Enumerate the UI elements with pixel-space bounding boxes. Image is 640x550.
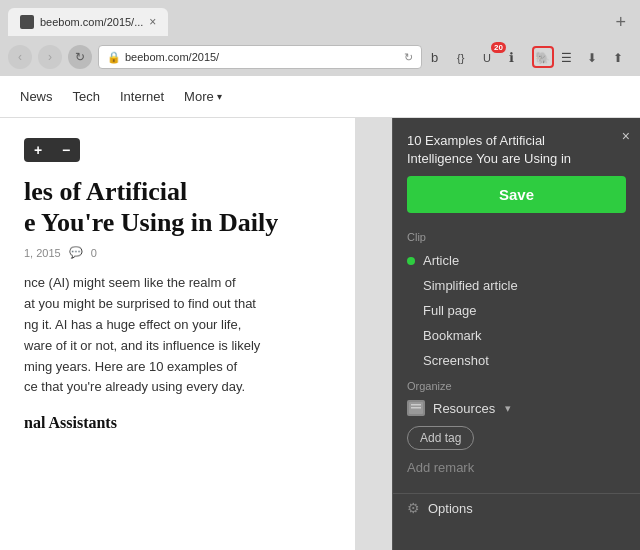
lock-icon: 🔒	[107, 51, 121, 64]
svg-text:b: b	[431, 50, 438, 65]
clip-option-fullpage[interactable]: Full page	[407, 299, 626, 322]
toolbar-icon-share[interactable]: ⬆	[610, 46, 632, 68]
toolbar-icon-evernote[interactable]: 🐘	[532, 46, 554, 68]
tab-close-button[interactable]: ×	[149, 15, 156, 29]
site-navbar: News Tech Internet More ▾	[0, 76, 640, 118]
toolbar-icon-b[interactable]: b	[428, 46, 450, 68]
article-heading: les of Artificiale You're Using in Daily	[24, 176, 331, 238]
svg-text:{}: {}	[457, 52, 465, 64]
address-text: beebom.com/2015/	[125, 51, 400, 63]
article-area: + − les of Artificiale You're Using in D…	[0, 118, 355, 550]
svg-text:☰: ☰	[561, 51, 572, 65]
clip-option-simplified-label: Simplified article	[423, 278, 518, 293]
clip-unselected-dot-3	[407, 332, 415, 340]
article-meta: 1, 2015 💬 0	[24, 246, 331, 259]
svg-text:ℹ: ℹ	[509, 50, 514, 65]
svg-text:⬇: ⬇	[587, 51, 597, 65]
browser-tab[interactable]: beebom.com/2015/... ×	[8, 8, 168, 36]
back-button[interactable]: ‹	[8, 45, 32, 69]
clip-unselected-dot	[407, 282, 415, 290]
zoom-out-button[interactable]: −	[52, 138, 80, 162]
article-paragraph: nce (AI) might seem like the realm ofat …	[24, 273, 331, 398]
zoom-in-button[interactable]: +	[24, 138, 52, 162]
popup-header: × 10 Examples of Artificial Intelligence…	[393, 118, 640, 176]
new-tab-button[interactable]: +	[609, 12, 632, 33]
clip-unselected-dot-2	[407, 307, 415, 315]
toolbar-icon-download[interactable]: ⬇	[584, 46, 606, 68]
svg-rect-9	[411, 404, 421, 406]
clip-section-label: Clip	[393, 227, 640, 249]
toolbar-icon-menu[interactable]: ☰	[558, 46, 580, 68]
article-date: 1, 2015	[24, 247, 61, 259]
address-bar[interactable]: 🔒 beebom.com/2015/ ↻	[98, 45, 422, 69]
notebook-row[interactable]: Resources ▾	[407, 400, 626, 416]
organize-section: Organize Resources ▾ Add tag Add remark	[393, 380, 640, 487]
svg-rect-10	[411, 407, 421, 409]
gray-side-area	[355, 118, 392, 550]
clip-option-simplified[interactable]: Simplified article	[407, 274, 626, 297]
gear-icon: ⚙	[407, 500, 420, 516]
options-label: Options	[428, 501, 473, 516]
organize-section-label: Organize	[407, 380, 626, 392]
article-body: nce (AI) might seem like the realm ofat …	[24, 273, 331, 435]
toolbar-icon-brackets[interactable]: {}	[454, 46, 476, 68]
clip-option-screenshot-label: Screenshot	[423, 353, 489, 368]
page-content: + − les of Artificiale You're Using in D…	[0, 118, 640, 550]
toolbar-icon-info[interactable]: ℹ	[506, 46, 528, 68]
popup-divider	[393, 493, 640, 494]
notebook-expand-icon: ▾	[505, 402, 511, 415]
clip-option-bookmark[interactable]: Bookmark	[407, 324, 626, 347]
reload-button[interactable]: ↻	[68, 45, 92, 69]
comment-icon: 💬	[69, 246, 83, 259]
nav-link-tech[interactable]: Tech	[73, 89, 100, 104]
clip-unselected-dot-4	[407, 357, 415, 365]
clip-option-fullpage-label: Full page	[423, 303, 476, 318]
clip-option-article-label: Article	[423, 253, 459, 268]
clip-option-bookmark-label: Bookmark	[423, 328, 482, 343]
notebook-name: Resources	[433, 401, 495, 416]
popup-close-button[interactable]: ×	[622, 128, 630, 144]
evernote-popup: × 10 Examples of Artificial Intelligence…	[392, 118, 640, 550]
popup-title: 10 Examples of Artificial Intelligence Y…	[407, 132, 626, 168]
nav-link-internet[interactable]: Internet	[120, 89, 164, 104]
nav-link-news[interactable]: News	[20, 89, 53, 104]
add-remark-field[interactable]: Add remark	[407, 460, 626, 475]
notebook-icon	[407, 400, 425, 416]
clip-option-screenshot[interactable]: Screenshot	[407, 349, 626, 372]
svg-text:⬆: ⬆	[613, 51, 623, 65]
reload-address-icon: ↻	[404, 51, 413, 64]
zoom-controls: + −	[24, 138, 80, 162]
nav-link-more[interactable]: More ▾	[184, 89, 222, 104]
ublock-badge: 20	[491, 42, 506, 53]
svg-text:U: U	[483, 52, 491, 64]
tab-title: beebom.com/2015/...	[40, 16, 143, 28]
options-row[interactable]: ⚙ Options	[393, 500, 640, 516]
toolbar-icon-ublock[interactable]: U 20	[480, 46, 502, 68]
tab-favicon	[20, 15, 34, 29]
chevron-down-icon: ▾	[217, 91, 222, 102]
add-tag-button[interactable]: Add tag	[407, 426, 474, 450]
clip-options-list: Article Simplified article Full page Boo…	[393, 249, 640, 372]
forward-button[interactable]: ›	[38, 45, 62, 69]
comment-count: 0	[91, 247, 97, 259]
save-button[interactable]: Save	[407, 176, 626, 213]
article-subheading: nal Assistants	[24, 410, 331, 436]
svg-text:🐘: 🐘	[535, 50, 550, 65]
clip-selected-dot	[407, 257, 415, 265]
clip-option-article[interactable]: Article	[407, 249, 626, 272]
